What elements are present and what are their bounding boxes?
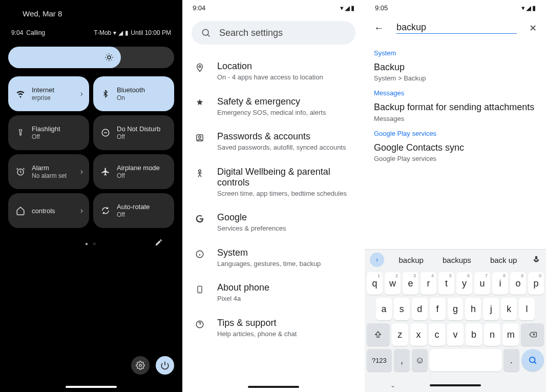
key-u[interactable]: u7 bbox=[474, 272, 490, 295]
nav-bar[interactable] bbox=[430, 384, 481, 386]
key-g[interactable]: g bbox=[448, 298, 464, 320]
settings-item-safety[interactable]: Safety & emergencyEmergency SOS, medical… bbox=[192, 89, 355, 125]
phone-icon bbox=[194, 282, 206, 295]
tile-sub: erprise bbox=[32, 94, 54, 101]
tile-internet[interactable]: Interneterprise › bbox=[8, 76, 89, 111]
key-l[interactable]: l bbox=[519, 298, 535, 320]
tile-airplane[interactable]: Airplane modeOff bbox=[93, 154, 174, 189]
item-title: Location bbox=[217, 61, 353, 72]
emergency-icon bbox=[194, 96, 206, 108]
keyboard: › backup backups back up q1w2e3r4t5y6u7i… bbox=[365, 249, 546, 392]
hide-keyboard-button[interactable]: ⌄ bbox=[390, 382, 395, 389]
settings-item-system[interactable]: SystemLanguages, gestures, time, backup bbox=[192, 240, 355, 276]
tile-alarm[interactable]: AlarmNo alarm set › bbox=[8, 154, 89, 189]
signal-icon: ◢ bbox=[118, 29, 123, 36]
power-button[interactable] bbox=[156, 356, 174, 375]
key-d[interactable]: d bbox=[412, 298, 428, 320]
bluetooth-icon bbox=[100, 90, 111, 98]
wifi-icon: ▾ bbox=[113, 29, 116, 36]
key-q[interactable]: q1 bbox=[367, 272, 383, 295]
item-title: Digital Wellbeing & parental controls bbox=[217, 167, 353, 188]
suggestion-bar: › backup backups back up bbox=[365, 250, 546, 270]
settings-item-google[interactable]: GoogleServices & preferences bbox=[192, 205, 355, 240]
shift-key[interactable] bbox=[367, 323, 390, 346]
settings-item-wellbeing[interactable]: Digital Wellbeing & parental controlsScr… bbox=[192, 159, 355, 205]
emoji-key[interactable]: ☺ bbox=[412, 349, 428, 372]
clear-button[interactable]: ✕ bbox=[529, 23, 537, 34]
key-h[interactable]: h bbox=[465, 298, 481, 320]
account-icon bbox=[194, 131, 206, 142]
nav-bar[interactable] bbox=[248, 386, 299, 388]
settings-button[interactable] bbox=[131, 356, 150, 375]
result-sub: Messages bbox=[374, 115, 537, 122]
key-b[interactable]: b bbox=[466, 323, 482, 346]
tile-sub: On bbox=[117, 94, 145, 101]
suggestion-word[interactable]: backups bbox=[438, 254, 475, 266]
item-sub: Languages, gestures, time, backup bbox=[217, 259, 353, 269]
wifi-icon: ▾ bbox=[521, 4, 525, 12]
settings-item-passwords[interactable]: Passwords & accountsSaved passwords, aut… bbox=[192, 124, 355, 159]
back-button[interactable]: ← bbox=[374, 22, 384, 34]
key-v[interactable]: v bbox=[447, 323, 464, 346]
search-input[interactable]: backup bbox=[396, 22, 517, 34]
tile-controls[interactable]: controls › bbox=[8, 193, 89, 228]
settings-item-about[interactable]: About phonePixel 4a bbox=[192, 275, 355, 311]
tile-sub: No alarm set bbox=[32, 172, 67, 179]
key-a[interactable]: a bbox=[376, 298, 392, 320]
key-y[interactable]: y6 bbox=[456, 272, 472, 295]
key-n[interactable]: n bbox=[484, 323, 500, 346]
settings-item-tips[interactable]: Tips & supportHelp articles, phone & cha… bbox=[192, 311, 355, 346]
nav-bar[interactable] bbox=[66, 386, 117, 388]
suggestion-word[interactable]: backup bbox=[395, 254, 428, 266]
symbols-key[interactable]: ?123 bbox=[367, 349, 392, 372]
key-f[interactable]: f bbox=[430, 298, 446, 320]
item-sub: Services & preferences bbox=[217, 224, 353, 233]
svg-point-5 bbox=[199, 66, 201, 68]
backspace-key[interactable] bbox=[521, 323, 544, 346]
result-title: Google Contacts sync bbox=[374, 141, 537, 154]
key-s[interactable]: s bbox=[394, 298, 410, 320]
tile-autorotate[interactable]: Auto-rotateOff bbox=[93, 193, 174, 228]
item-sub: Saved passwords, autofill, synced accoun… bbox=[217, 143, 353, 152]
search-result-item[interactable]: Backup format for sending attachments Me… bbox=[374, 101, 537, 122]
chevron-right-icon: › bbox=[80, 89, 83, 98]
svg-point-0 bbox=[108, 56, 111, 59]
tile-bluetooth[interactable]: BluetoothOn bbox=[93, 76, 174, 111]
settings-item-location[interactable]: LocationOn - 4 apps have access to locat… bbox=[192, 54, 355, 89]
expand-suggestions-button[interactable]: › bbox=[370, 253, 384, 267]
key-e[interactable]: e3 bbox=[403, 272, 418, 295]
svg-point-4 bbox=[202, 29, 208, 35]
tile-title: Flashlight bbox=[32, 125, 60, 133]
dnd-icon bbox=[100, 128, 111, 137]
key-x[interactable]: x bbox=[410, 323, 427, 346]
suggestion-word[interactable]: back up bbox=[486, 254, 521, 266]
key-p[interactable]: p0 bbox=[528, 272, 544, 295]
key-w[interactable]: w2 bbox=[385, 272, 401, 295]
space-key[interactable] bbox=[430, 349, 501, 372]
comma-key[interactable]: , bbox=[394, 349, 410, 372]
search-key[interactable] bbox=[521, 349, 544, 372]
key-o[interactable]: o9 bbox=[510, 272, 526, 295]
key-j[interactable]: j bbox=[483, 298, 499, 320]
key-r[interactable]: r4 bbox=[421, 272, 436, 295]
calling-indicator: Calling bbox=[26, 29, 45, 36]
tile-title: Internet bbox=[32, 86, 54, 94]
mic-icon[interactable] bbox=[532, 255, 541, 264]
tile-flashlight[interactable]: FlashlightOff bbox=[8, 115, 89, 150]
result-category: System bbox=[374, 49, 537, 57]
search-settings-button[interactable]: Search settings bbox=[192, 21, 355, 45]
rotate-icon bbox=[100, 206, 111, 215]
search-result-item[interactable]: Backup System > Backup bbox=[374, 61, 537, 82]
period-key[interactable]: . bbox=[503, 349, 519, 372]
edit-tiles-button[interactable] bbox=[155, 238, 163, 246]
key-z[interactable]: z bbox=[392, 323, 408, 346]
chevron-right-icon: › bbox=[80, 167, 83, 176]
search-result-item[interactable]: Google Contacts sync Google Play service… bbox=[374, 141, 537, 162]
key-t[interactable]: t5 bbox=[438, 272, 454, 295]
key-m[interactable]: m bbox=[502, 323, 519, 346]
key-c[interactable]: c bbox=[429, 323, 445, 346]
key-k[interactable]: k bbox=[501, 298, 517, 320]
key-i[interactable]: i8 bbox=[492, 272, 508, 295]
brightness-slider[interactable] bbox=[8, 47, 174, 68]
tile-dnd[interactable]: Do Not DisturbOff bbox=[93, 115, 174, 150]
